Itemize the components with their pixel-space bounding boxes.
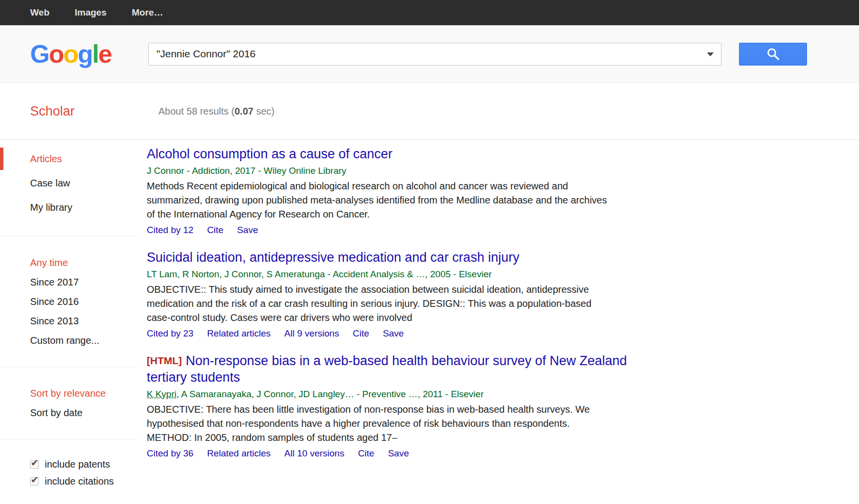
include-citations-label: include citations bbox=[45, 476, 114, 487]
sidebar-item-case-law[interactable]: Case law bbox=[0, 171, 147, 195]
sidebar-divider bbox=[0, 439, 138, 439]
author-profile-link[interactable]: K Kypri bbox=[147, 389, 176, 399]
search-result: Suicidal ideation, antidepressive medica… bbox=[147, 249, 635, 340]
checkbox-checked-icon[interactable]: ✔ bbox=[30, 477, 38, 486]
sidebar-divider bbox=[0, 236, 138, 236]
check-mark-icon: ✔ bbox=[31, 457, 39, 469]
include-patents-label: include patents bbox=[45, 459, 110, 470]
logo-letter: e bbox=[98, 40, 111, 68]
cite-link[interactable]: Cite bbox=[358, 447, 375, 460]
result-meta: J Connor - Addiction, 2017 - Wiley Onlin… bbox=[147, 165, 635, 177]
stats-bar: Scholar About 58 results (0.07 sec) bbox=[0, 83, 859, 140]
include-filters: ✔ include patents ✔ include citations bbox=[0, 456, 147, 490]
all-versions-link[interactable]: All 10 versions bbox=[284, 447, 344, 460]
result-actions: Cited by 23 Related articles All 9 versi… bbox=[147, 327, 635, 340]
search-header: Google bbox=[0, 25, 859, 83]
sidebar-divider bbox=[0, 367, 138, 367]
result-snippet: Methods Recent epidemiological and biolo… bbox=[147, 179, 608, 221]
google-logo[interactable]: Google bbox=[30, 39, 148, 68]
sidebar-item-articles[interactable]: Articles bbox=[0, 147, 147, 171]
time-filters: Any time Since 2017 Since 2016 Since 201… bbox=[0, 253, 147, 350]
result-actions: Cited by 12 Cite Save bbox=[147, 224, 635, 236]
sidebar-item-since-2017[interactable]: Since 2017 bbox=[0, 272, 147, 292]
all-versions-link[interactable]: All 9 versions bbox=[284, 327, 339, 340]
cite-link[interactable]: Cite bbox=[353, 327, 369, 340]
result-title: Suicidal ideation, antidepressive medica… bbox=[147, 249, 635, 266]
results-stats: About 58 results (0.07 sec) bbox=[137, 106, 275, 117]
check-mark-icon: ✔ bbox=[31, 474, 39, 486]
topnav-more-link[interactable]: More… bbox=[132, 7, 163, 18]
sidebar-item-sort-date[interactable]: Sort by date bbox=[0, 403, 147, 422]
cited-by-link[interactable]: Cited by 12 bbox=[147, 224, 193, 236]
search-result: [HTML]Non-response bias in a web-based h… bbox=[147, 353, 635, 460]
result-title: Alcohol consumption as a cause of cancer bbox=[147, 146, 635, 162]
result-title: [HTML]Non-response bias in a web-based h… bbox=[147, 353, 635, 386]
search-input[interactable] bbox=[148, 43, 722, 66]
scholar-label: Scholar bbox=[0, 104, 137, 119]
content: Articles Case law My library Any time Si… bbox=[0, 140, 859, 490]
result-title-link[interactable]: Non-response bias in a web-based health … bbox=[147, 353, 627, 385]
related-articles-link[interactable]: Related articles bbox=[207, 447, 271, 460]
logo-letter: o bbox=[63, 40, 78, 68]
cited-by-link[interactable]: Cited by 36 bbox=[147, 447, 193, 460]
save-link[interactable]: Save bbox=[237, 224, 258, 236]
related-articles-link[interactable]: Related articles bbox=[207, 327, 271, 340]
sidebar-item-sort-relevance[interactable]: Sort by relevance bbox=[0, 384, 147, 403]
stats-time: 0.07 bbox=[235, 106, 254, 117]
search-button[interactable] bbox=[739, 43, 807, 66]
topnav-web-link[interactable]: Web bbox=[30, 7, 50, 18]
results-list: Alcohol consumption as a cause of cancer… bbox=[147, 140, 635, 472]
sidebar: Articles Case law My library Any time Si… bbox=[0, 140, 147, 490]
logo-letter: G bbox=[30, 40, 49, 68]
search-options-arrow-icon[interactable] bbox=[707, 52, 714, 56]
cite-link[interactable]: Cite bbox=[207, 224, 223, 236]
sidebar-item-since-2016[interactable]: Since 2016 bbox=[0, 292, 147, 311]
stats-suffix: sec) bbox=[254, 106, 275, 117]
logo-letter: o bbox=[49, 40, 63, 68]
sidebar-item-custom-range[interactable]: Custom range... bbox=[0, 331, 147, 350]
result-title-link[interactable]: Suicidal ideation, antidepressive medica… bbox=[147, 250, 519, 265]
search-box bbox=[148, 43, 722, 66]
topnav-images-link[interactable]: Images bbox=[75, 7, 106, 18]
result-meta: K Kypri, A Samaranayaka, J Connor, JD La… bbox=[147, 388, 635, 401]
sidebar-item-since-2013[interactable]: Since 2013 bbox=[0, 311, 147, 331]
result-snippet: OBJECTIVE:: This study aimed to investig… bbox=[147, 283, 608, 325]
stats-prefix: About 58 results ( bbox=[158, 106, 235, 117]
include-patents-option[interactable]: ✔ include patents bbox=[0, 456, 147, 473]
sidebar-item-my-library[interactable]: My library bbox=[0, 195, 147, 219]
search-icon bbox=[766, 47, 780, 61]
top-navigation: Web Images More… bbox=[0, 0, 859, 25]
result-snippet: OBJECTIVE: There has been little investi… bbox=[147, 403, 608, 445]
result-meta-text: , A Samaranayaka, J Connor, JD Langley… … bbox=[176, 389, 483, 399]
sidebar-item-any-time[interactable]: Any time bbox=[0, 253, 147, 272]
doc-type-filters: Articles Case law My library bbox=[0, 147, 147, 219]
checkbox-checked-icon[interactable]: ✔ bbox=[30, 460, 38, 469]
save-link[interactable]: Save bbox=[383, 327, 404, 340]
result-actions: Cited by 36 Related articles All 10 vers… bbox=[147, 447, 635, 460]
save-link[interactable]: Save bbox=[388, 447, 409, 460]
result-title-link[interactable]: Alcohol consumption as a cause of cancer bbox=[147, 147, 393, 161]
sort-options: Sort by relevance Sort by date bbox=[0, 384, 147, 422]
cited-by-link[interactable]: Cited by 23 bbox=[147, 327, 193, 340]
result-meta: LT Lam, R Norton, J Connor, S Ameratunga… bbox=[147, 268, 635, 281]
include-citations-option[interactable]: ✔ include citations bbox=[0, 473, 147, 490]
logo-letter: g bbox=[78, 40, 92, 68]
search-result: Alcohol consumption as a cause of cancer… bbox=[147, 146, 635, 236]
html-format-tag: [HTML] bbox=[147, 355, 182, 366]
logo-letter: l bbox=[92, 40, 98, 68]
